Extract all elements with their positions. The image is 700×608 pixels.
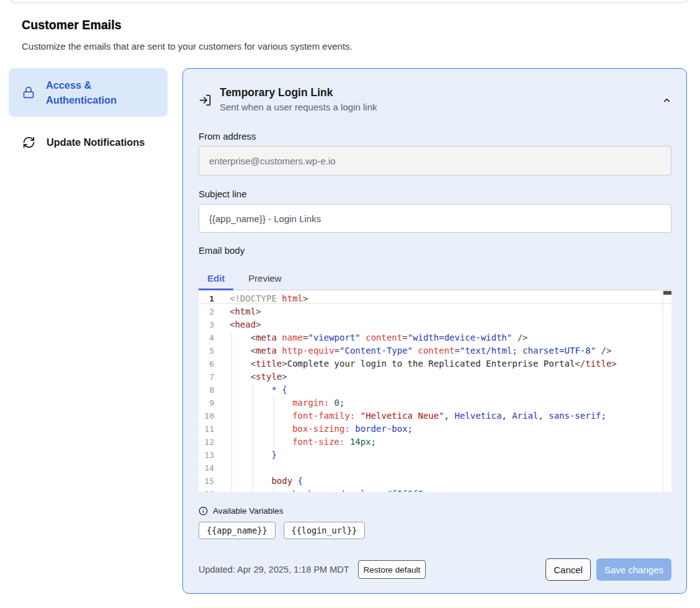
code-line: 8 * { [199, 383, 671, 396]
sidebar-item-label: Access & Authentication [46, 78, 139, 107]
indent-guide [274, 488, 274, 492]
variable-chip-app-name[interactable]: {{app_name}} [199, 522, 276, 539]
indent-guide [231, 331, 232, 492]
template-title: Temporary Login Link [220, 86, 377, 99]
indent-guide [274, 396, 274, 449]
code-line: 16 background-color: #f6f6f6; [199, 488, 671, 492]
code-line: 10 font-family: "Helvetica Neue", Helvet… [199, 409, 671, 422]
refresh-icon [22, 136, 35, 149]
collapse-button[interactable] [662, 96, 671, 105]
tab-edit[interactable]: Edit [199, 267, 233, 290]
sidebar-item-label: Update Notifications [47, 135, 145, 150]
panel-header[interactable]: Temporary Login Link Sent when a user re… [199, 86, 671, 114]
updated-timestamp: Updated: Apr 29, 2025, 1:18 PM MDT [199, 565, 349, 574]
code-line: 7 <style> [199, 370, 671, 383]
code-line: 14 [199, 462, 671, 475]
line-number: 7 [199, 370, 214, 383]
code-line: 12 font-size: 14px; [199, 436, 671, 449]
line-number: 13 [199, 449, 214, 462]
template-subtitle: Sent when a user requests a login link [220, 101, 377, 114]
variable-chip-login-url[interactable]: {{login_url}} [284, 522, 366, 539]
editor-tabs: Edit Preview [199, 267, 671, 290]
previous-panel-bottom-edge [9, 0, 689, 3]
log-in-icon [199, 94, 212, 107]
tab-preview[interactable]: Preview [240, 267, 290, 290]
line-number: 8 [199, 383, 214, 396]
from-address-input[interactable] [199, 146, 671, 176]
code-line: 6 <title>Complete your login to the Repl… [199, 357, 671, 370]
save-changes-button[interactable]: Save changes [596, 558, 671, 581]
line-number: 9 [199, 396, 214, 409]
scrollbar-thumb[interactable] [663, 291, 671, 295]
sidebar-item-update-notifications[interactable]: Update Notifications [9, 127, 168, 157]
code-line: 3<head> [199, 318, 671, 331]
line-number: 3 [199, 318, 214, 331]
subject-line-label: Subject line [199, 189, 671, 199]
line-number: 2 [199, 305, 214, 318]
editor-divider [199, 303, 671, 304]
code-line: 5 <meta http-equiv="Content-Type" conten… [199, 344, 671, 357]
code-line: 11 box-sizing: border-box; [199, 422, 671, 436]
lock-icon [22, 86, 35, 99]
line-number: 14 [199, 462, 214, 475]
line-number: 15 [199, 475, 214, 488]
code-line: 2<html> [199, 305, 671, 318]
code-line: 9 margin: 0; [199, 396, 671, 409]
line-number: 5 [199, 344, 214, 357]
code-line: 4 <meta name="viewport" content="width=d… [199, 331, 671, 344]
code-line: 15 body { [199, 475, 671, 488]
restore-default-button[interactable]: Restore default [358, 560, 426, 579]
page-description: Customize the emails that are sent to yo… [22, 41, 352, 51]
from-address-label: From address [199, 131, 671, 141]
cancel-button[interactable]: Cancel [545, 558, 591, 581]
sidebar-item-access-authentication[interactable]: Access & Authentication [9, 68, 168, 117]
line-number: 10 [199, 409, 214, 422]
info-icon [199, 506, 208, 516]
scrollbar-track [663, 290, 663, 492]
email-types-sidebar: Access & Authentication Update Notificat… [9, 68, 168, 157]
line-number: 12 [199, 436, 214, 449]
indent-guide [253, 383, 253, 492]
page-title: Customer Emails [22, 18, 122, 32]
line-number: 4 [199, 331, 214, 344]
line-number: 6 [199, 357, 214, 370]
email-template-panel: Temporary Login Link Sent when a user re… [182, 68, 687, 594]
line-number: 16 [199, 488, 214, 492]
code-editor-lines: 1<!DOCTYPE html>2<html>3<head>4 <meta na… [199, 292, 671, 492]
email-body-label: Email body [199, 245, 671, 256]
available-variables-label: Available Variables [213, 506, 284, 516]
line-number: 11 [199, 422, 214, 436]
subject-line-input[interactable] [199, 204, 671, 233]
code-line: 13 } [199, 449, 671, 462]
code-editor[interactable]: 1<!DOCTYPE html>2<html>3<head>4 <meta na… [199, 290, 671, 492]
